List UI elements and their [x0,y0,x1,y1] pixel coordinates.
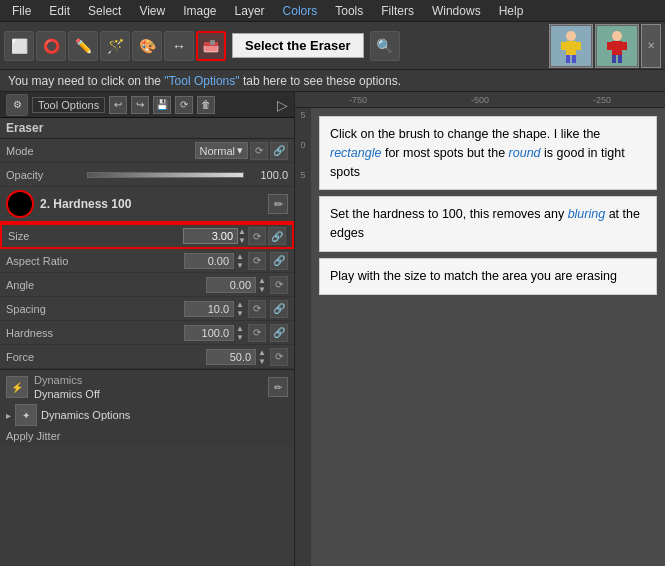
dynamics-options-row: ▸ ✦ Dynamics Options [0,402,294,428]
hardness-chain[interactable]: 🔗 [270,324,288,342]
dynamics-options-label[interactable]: Dynamics Options [41,409,130,421]
opacity-slider[interactable] [87,172,244,178]
menu-select[interactable]: Select [80,2,129,20]
apply-jitter-label: Apply Jitter [6,430,60,442]
spacing-spinners[interactable]: ▲▼ [236,300,244,318]
brush-preview-inner [10,194,30,214]
canvas-ruler-left: 5 0 5 [295,108,311,566]
hardness-input[interactable] [184,325,234,341]
hint-bar: You may need to click on the "Tool Optio… [0,70,665,92]
tool-by-color[interactable]: 🎨 [132,31,162,61]
bluring-highlight: bluring [568,207,606,221]
svg-rect-6 [561,42,566,50]
info-box-2: Set the hardness to 100, this removes an… [319,196,657,252]
size-label: Size [8,230,183,242]
size-spinners[interactable]: ▲ ▼ [238,227,246,245]
dynamics-edit-btn[interactable]: ✏ [268,377,288,397]
menu-image[interactable]: Image [175,2,224,20]
mode-selector[interactable]: Normal ▾ [195,142,248,159]
angle-reset[interactable]: ⟳ [270,276,288,294]
aspect-ratio-chain[interactable]: 🔗 [270,252,288,270]
angle-input[interactable] [206,277,256,293]
image-thumbnails: ✕ [549,24,661,68]
brush-row[interactable]: 2. Hardness 100 ✏ [0,187,294,223]
size-reset-btn[interactable]: ⟳ [248,227,266,245]
menu-tools[interactable]: Tools [327,2,371,20]
force-input[interactable] [206,349,256,365]
angle-spinners[interactable]: ▲▼ [258,276,266,294]
tool-rect-select[interactable]: ⬜ [4,31,34,61]
panel-tool-icon[interactable]: ⚙ [6,94,28,116]
ruler-v-1: 5 [300,110,305,120]
hardness-reset[interactable]: ⟳ [248,324,266,342]
undo-icon[interactable]: ↩ [109,96,127,114]
dynamics-row: ⚡ Dynamics Dynamics Off ✏ [0,372,294,402]
tool-options-tab[interactable]: Tool Options [32,97,105,113]
menu-colors[interactable]: Colors [275,2,326,20]
opacity-row: Opacity 100.0 [0,163,294,187]
aspect-ratio-input[interactable] [184,253,234,269]
search-icon[interactable]: 🔍 [370,31,400,61]
aspect-ratio-reset[interactable]: ⟳ [248,252,266,270]
svg-point-11 [612,31,622,41]
brush-edit-btn[interactable]: ✏ [268,194,288,214]
tool-free-select[interactable]: ✏️ [68,31,98,61]
menu-bar: File Edit Select View Image Layer Colors… [0,0,665,22]
svg-rect-0 [204,45,218,52]
dynamics-section: ⚡ Dynamics Dynamics Off ✏ ▸ ✦ Dynamics O… [0,369,294,446]
size-down-arrow[interactable]: ▼ [238,236,246,245]
save-icon[interactable]: 💾 [153,96,171,114]
tool-ellipse-select[interactable]: ⭕ [36,31,66,61]
info-boxes: Click on the brush to change the shape. … [311,108,665,566]
dynamics-header-label: Dynamics [34,374,262,386]
tool-fuzzy-select[interactable]: 🪄 [100,31,130,61]
eraser-tooltip: Select the Eraser [232,33,364,58]
tool-transform[interactable]: ↔ [164,31,194,61]
round-highlight: round [509,146,541,160]
svg-rect-2 [210,40,215,45]
expand-icon[interactable]: ▷ [277,97,288,113]
thumbnail-1[interactable] [549,24,593,68]
force-controls: ▲▼ ⟳ [206,348,288,366]
spacing-chain[interactable]: 🔗 [270,300,288,318]
menu-view[interactable]: View [131,2,173,20]
menu-windows[interactable]: Windows [424,2,489,20]
hardness-spinners[interactable]: ▲▼ [236,324,244,342]
menu-file[interactable]: File [4,2,39,20]
mode-reset-btn[interactable]: ⟳ [250,142,268,160]
menu-filters[interactable]: Filters [373,2,422,20]
toolbar: ⬜ ⭕ ✏️ 🪄 🎨 ↔ Select the Eraser 🔍 [0,22,665,70]
aspect-ratio-spinners[interactable]: ▲▼ [236,252,244,270]
thumbnail-2[interactable] [595,24,639,68]
ruler-row: -750 -500 -250 [295,92,665,108]
angle-row: Angle ▲▼ ⟳ [0,273,294,297]
menu-help[interactable]: Help [491,2,532,20]
spacing-label: Spacing [6,303,184,315]
delete-icon[interactable]: 🗑 [197,96,215,114]
mode-chain-btn[interactable]: 🔗 [270,142,288,160]
restore-icon[interactable]: ⟳ [175,96,193,114]
svg-rect-16 [618,55,622,63]
menu-layer[interactable]: Layer [227,2,273,20]
force-spinners[interactable]: ▲▼ [258,348,266,366]
size-chain-btn[interactable]: 🔗 [268,227,286,245]
redo-icon[interactable]: ↪ [131,96,149,114]
angle-controls: ▲▼ ⟳ [206,276,288,294]
size-input[interactable] [183,228,238,244]
svg-rect-7 [576,42,581,50]
left-panel: ⚙ Tool Options ↩ ↪ 💾 ⟳ 🗑 ▷ Eraser Mode N… [0,92,295,566]
eraser-section-label: Eraser [0,118,294,139]
spacing-input[interactable] [184,301,234,317]
force-reset[interactable]: ⟳ [270,348,288,366]
size-up-arrow[interactable]: ▲ [238,227,246,236]
angle-label: Angle [6,279,206,291]
eraser-tool-button[interactable] [196,31,226,61]
thumbnail-close[interactable]: ✕ [641,24,661,68]
hint-text: You may need to click on the "Tool Optio… [8,74,401,88]
size-row: Size ▲ ▼ ⟳ 🔗 [0,223,294,249]
right-panel: -750 -500 -250 5 0 5 Click on the brush … [295,92,665,566]
spacing-reset[interactable]: ⟳ [248,300,266,318]
brush-preview[interactable] [6,190,34,218]
menu-edit[interactable]: Edit [41,2,78,20]
hardness-label: Hardness [6,327,184,339]
